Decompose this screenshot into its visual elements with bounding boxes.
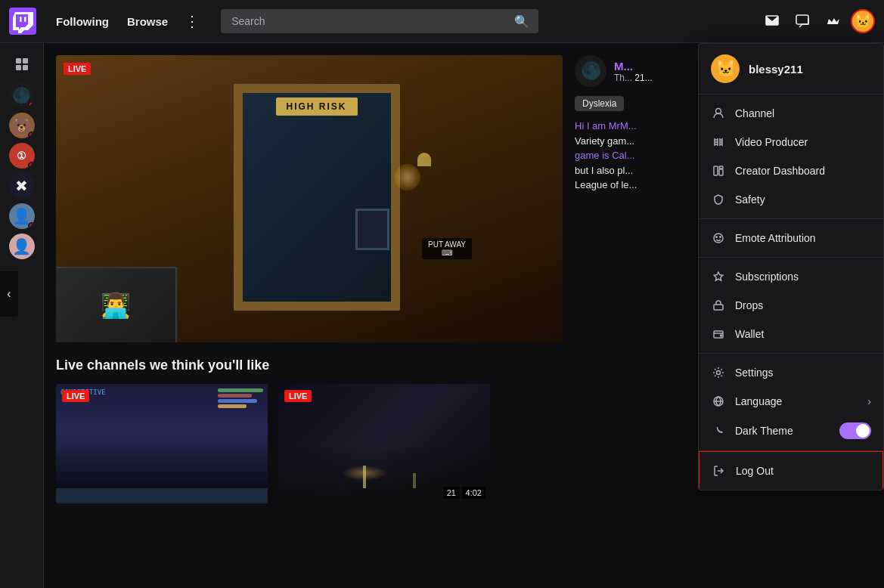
sidebar-item-followed-1[interactable]: 🌑 bbox=[9, 82, 35, 108]
more-nav-button[interactable]: ⋮ bbox=[178, 8, 206, 35]
dropdown-subscriptions-label: Subscriptions bbox=[735, 271, 871, 283]
dashboard-icon bbox=[711, 163, 726, 178]
dropdown-creator-dashboard[interactable]: Creator Dashboard bbox=[699, 156, 883, 185]
streamer-game: Th... 21... bbox=[614, 73, 653, 83]
dropdown-user-avatar: 🐱 bbox=[711, 54, 740, 83]
dropdown-emote-attribution[interactable]: Emote Attribution bbox=[699, 224, 883, 252]
dropdown-drops[interactable]: Drops bbox=[699, 291, 883, 320]
svg-rect-1 bbox=[24, 17, 26, 22]
dropdown-user-info: 🐱 blessy211 bbox=[699, 44, 883, 94]
sidebar-browse-icon[interactable] bbox=[8, 51, 36, 78]
dropdown-channel-label: Channel bbox=[735, 107, 871, 119]
dropdown-wallet[interactable]: Wallet bbox=[699, 320, 883, 348]
streamer-meta: M... Th... 21... bbox=[614, 60, 653, 83]
emote-icon bbox=[711, 231, 726, 246]
sidebar-item-followed-3[interactable]: ① bbox=[9, 143, 35, 169]
inbox-button[interactable] bbox=[760, 9, 784, 33]
dropdown-dark-theme-label: Dark Theme bbox=[735, 425, 830, 437]
star-icon bbox=[711, 269, 726, 284]
nav-links: Following Browse ⋮ bbox=[48, 8, 206, 35]
prime-button[interactable] bbox=[820, 9, 845, 33]
dropdown-drops-label: Drops bbox=[735, 299, 871, 311]
logout-icon bbox=[712, 463, 727, 478]
sidebar-item-followed-5[interactable]: 👤 bbox=[9, 203, 35, 229]
dropdown-emote-attribution-label: Emote Attribution bbox=[735, 232, 871, 244]
dropdown-section-2: Emote Attribution bbox=[699, 219, 883, 258]
gear-icon bbox=[711, 365, 726, 380]
svg-point-28 bbox=[721, 335, 722, 336]
twitch-logo[interactable] bbox=[9, 8, 36, 35]
dropdown-video-producer[interactable]: Video Producer bbox=[699, 128, 883, 156]
dropdown-channel[interactable]: Channel bbox=[699, 99, 883, 128]
search-bar: 🔍 bbox=[221, 9, 538, 33]
drops-icon bbox=[711, 298, 726, 313]
search-button[interactable]: 🔍 bbox=[505, 9, 538, 33]
svg-rect-5 bbox=[16, 58, 21, 63]
svg-rect-20 bbox=[714, 166, 718, 175]
dropdown-safety[interactable]: Safety bbox=[699, 185, 883, 214]
card-thumbnail-1: COMPETITIVE LIVE bbox=[56, 384, 268, 503]
svg-point-24 bbox=[716, 237, 718, 238]
put-away-label: PUT AWAY⌨ bbox=[422, 238, 472, 259]
dropdown-username: blessy211 bbox=[749, 63, 803, 76]
stream-webcam: 👨‍💻 bbox=[56, 267, 177, 342]
top-nav: Following Browse ⋮ 🔍 🐱 bbox=[0, 0, 884, 43]
stream-player[interactable]: HIGH RISK LIVE 👨‍💻 PUT AWAY⌨ bbox=[56, 55, 563, 342]
svg-rect-8 bbox=[23, 65, 28, 70]
toggle-knob bbox=[856, 424, 870, 438]
dropdown-language[interactable]: Language › bbox=[699, 387, 883, 416]
user-dropdown-menu: 🐱 blessy211 Channel bbox=[698, 43, 884, 491]
svg-rect-21 bbox=[719, 169, 723, 175]
shield-icon bbox=[711, 192, 726, 207]
chat-button[interactable] bbox=[790, 9, 814, 33]
dropdown-section-logout: Log Out bbox=[699, 451, 883, 490]
dropdown-section-3: Subscriptions Drops bbox=[699, 258, 883, 354]
svg-rect-26 bbox=[714, 305, 723, 310]
person-icon bbox=[711, 106, 726, 121]
stream-tag[interactable]: Dyslexia bbox=[575, 96, 624, 111]
svg-rect-22 bbox=[719, 166, 723, 169]
dark-theme-toggle[interactable] bbox=[839, 422, 871, 439]
dropdown-wallet-label: Wallet bbox=[735, 328, 871, 340]
search-input[interactable] bbox=[221, 9, 538, 33]
browse-link[interactable]: Browse bbox=[119, 11, 175, 32]
svg-rect-4 bbox=[796, 15, 808, 24]
globe-icon bbox=[711, 394, 726, 409]
svg-rect-6 bbox=[23, 58, 28, 63]
dropdown-safety-label: Safety bbox=[735, 193, 871, 206]
sidebar-item-followed-2[interactable]: 🐻 bbox=[9, 113, 35, 138]
dropdown-section-1: Channel bbox=[699, 94, 883, 219]
svg-rect-2 bbox=[20, 17, 22, 22]
following-link[interactable]: Following bbox=[48, 11, 116, 32]
card-live-badge-1: LIVE bbox=[62, 390, 89, 402]
dropdown-settings-label: Settings bbox=[735, 367, 871, 379]
sidebar-item-followed-4[interactable]: ✖ bbox=[9, 173, 35, 199]
svg-point-29 bbox=[717, 371, 721, 375]
channel-card-2[interactable]: LIVE 4:02 21 bbox=[278, 384, 490, 509]
language-arrow: › bbox=[867, 395, 871, 407]
nav-right: 🐱 bbox=[760, 9, 875, 33]
stream-live-badge: LIVE bbox=[64, 63, 91, 75]
card-live-badge-2: LIVE bbox=[284, 390, 312, 402]
video-producer-icon bbox=[711, 135, 726, 150]
card-duration-2: 4:02 bbox=[462, 487, 485, 499]
card-viewers-2: 21 bbox=[443, 487, 460, 499]
dropdown-logout-item[interactable]: Log Out bbox=[699, 456, 882, 485]
user-avatar-button[interactable]: 🐱 bbox=[851, 9, 875, 33]
moon-icon bbox=[711, 423, 726, 438]
dropdown-video-producer-label: Video Producer bbox=[735, 136, 871, 148]
wallet-icon bbox=[711, 326, 726, 342]
streamer-avatar: 🌑 bbox=[575, 55, 606, 87]
dropdown-language-label: Language bbox=[735, 395, 858, 407]
channel-card-1[interactable]: COMPETITIVE LIVE bbox=[56, 384, 268, 509]
dropdown-dark-theme[interactable]: Dark Theme bbox=[699, 416, 883, 446]
dropdown-settings[interactable]: Settings bbox=[699, 358, 883, 387]
sidebar-item-followed-6[interactable]: 👤 bbox=[9, 234, 35, 259]
svg-point-25 bbox=[720, 237, 721, 238]
streamer-name[interactable]: M... bbox=[614, 60, 653, 73]
dropdown-logout-label: Log Out bbox=[736, 465, 870, 477]
svg-rect-7 bbox=[16, 65, 21, 70]
dropdown-section-4: Settings Language › bbox=[699, 354, 883, 451]
dropdown-subscriptions[interactable]: Subscriptions bbox=[699, 262, 883, 291]
card-thumbnail-2: LIVE 4:02 21 bbox=[278, 384, 490, 503]
